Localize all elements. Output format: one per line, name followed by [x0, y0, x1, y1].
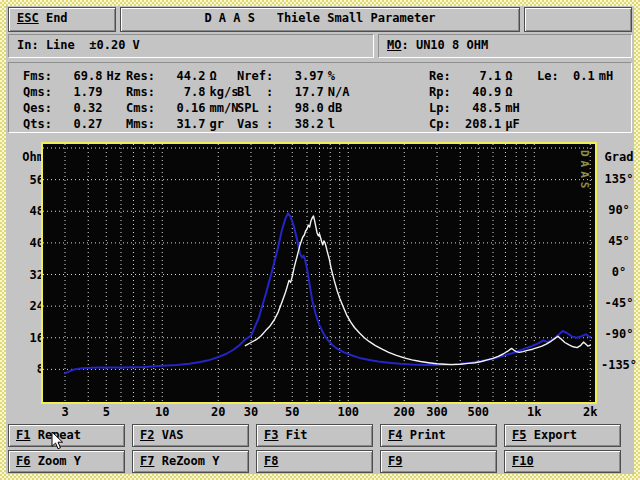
grad-tick-label: 0°	[600, 265, 638, 279]
param-lp: Lp:48.5mH	[429, 100, 520, 116]
fkey-f7-rezoom-y[interactable]: F7 ReZoom Y	[132, 450, 249, 473]
param-rp: Rp:40.9Ω	[429, 84, 512, 100]
param-label: Nref:	[237, 68, 280, 84]
window-title: D A A S Thiele Small Parameter	[120, 7, 520, 32]
param-vas: Vas :38.2l	[237, 116, 335, 132]
fkey-f2-vas[interactable]: F2 VAS	[132, 424, 249, 447]
esc-button[interactable]: ESC End	[8, 7, 116, 32]
param-res: Res:44.2Ω	[126, 68, 217, 84]
param-label: Rms:	[126, 84, 162, 100]
ohm-tick-label: 24	[6, 299, 44, 313]
grad-tick-label: -45°	[600, 296, 638, 310]
param-unit: kg/s	[205, 84, 238, 100]
param-value: 31.7	[162, 116, 205, 132]
param-value: 38.2	[280, 116, 323, 132]
freq-tick-label: 5	[86, 405, 126, 419]
param-unit: mH	[595, 68, 613, 84]
model-hotkey: MO	[387, 38, 401, 52]
param-label: Cms:	[126, 100, 162, 116]
fkey-f1-repeat[interactable]: F1 Repeat	[8, 424, 125, 447]
param-label: Le:	[537, 68, 566, 84]
fkey-label: F4	[388, 428, 402, 442]
param-label: Qts:	[23, 116, 59, 132]
param-value: 3.97	[280, 68, 323, 84]
param-value: 69.8	[59, 68, 102, 84]
esc-key-label: ESC	[17, 11, 39, 25]
param-unit: mm/N	[205, 100, 238, 116]
freq-tick-label: 10	[142, 405, 182, 419]
ohm-tick-label: 48	[6, 204, 44, 218]
param-label: Cp:	[429, 116, 458, 132]
grad-tick-label: 90°	[600, 203, 638, 217]
parameter-row: Qms:1.79Rms:7.8kg/sBl :17.7N/ARp:40.9Ω	[9, 84, 631, 100]
daas-application: { "titlebar": { "esc_key": "ESC", "esc_r…	[0, 0, 640, 480]
param-label: Qes:	[23, 100, 59, 116]
param-mms: Mms:31.7gr	[126, 116, 224, 132]
freq-tick-label: 50	[272, 405, 312, 419]
param-unit: Ω	[501, 84, 512, 100]
param-qms: Qms:1.79	[23, 84, 106, 100]
fkey-f9[interactable]: F9	[380, 450, 497, 473]
param-rms: Rms:7.8kg/s	[126, 84, 238, 100]
param-label: SPL :	[237, 100, 280, 116]
param-unit: Ω	[501, 68, 512, 84]
freq-tick-label: 1k	[514, 405, 554, 419]
param-unit: µF	[501, 116, 519, 132]
param-unit: l	[324, 116, 335, 132]
fkey-label: F10	[512, 454, 534, 468]
param-label: Mms:	[126, 116, 162, 132]
fkey-action-label: Zoom Y	[30, 454, 81, 468]
fkey-f8[interactable]: F8	[256, 450, 373, 473]
param-re: Re:7.1Ω	[429, 68, 512, 84]
fkey-f3-fit[interactable]: F3 Fit	[256, 424, 373, 447]
input-status: In: Line ±0.20 V	[8, 34, 374, 58]
param-value: 7.1	[458, 68, 501, 84]
fkey-action-label: Fit	[278, 428, 307, 442]
model-status[interactable]: MO: UN10 8 OHM	[378, 34, 632, 58]
fkey-f4-print[interactable]: F4 Print	[380, 424, 497, 447]
parameter-row: Qes:0.32Cms:0.16mm/NSPL :98.0dBLp:48.5mH	[9, 100, 631, 116]
param-label: Bl :	[237, 84, 280, 100]
fkey-label: F6	[16, 454, 30, 468]
parameter-row: Qts:0.27Mms:31.7grVas :38.2lCp:208.1µF	[9, 116, 631, 132]
param-unit: Hz	[102, 68, 120, 84]
param-unit: %	[324, 68, 335, 84]
daas-screen: ESC End D A A S Thiele Small Parameter I…	[6, 6, 634, 474]
param-qts: Qts:0.27	[23, 116, 106, 132]
plot-area: DAAS	[41, 142, 597, 404]
param-value: 0.32	[59, 100, 102, 116]
param-label: Re:	[429, 68, 458, 84]
fkey-f10[interactable]: F10	[504, 450, 621, 473]
parameter-panel: Fms:69.8HzRes:44.2ΩNref:3.97%Re:7.1ΩLe:0…	[8, 62, 632, 133]
freq-tick-label: 3	[45, 405, 85, 419]
param-label: Res:	[126, 68, 162, 84]
param-value: 1.79	[59, 84, 102, 100]
param-value: 98.0	[280, 100, 323, 116]
grad-tick-label: -135°	[600, 358, 638, 372]
ohm-tick-label: 16	[6, 331, 44, 345]
grad-tick-label: -90°	[600, 327, 638, 341]
param-label: Qms:	[23, 84, 59, 100]
fkey-action-label: Print	[402, 428, 445, 442]
fkey-label: F9	[388, 454, 402, 468]
param-label: Fms:	[23, 68, 59, 84]
model-status-text: : UN10 8 OHM	[401, 38, 488, 52]
param-value: 44.2	[162, 68, 205, 84]
param-unit: dB	[324, 100, 342, 116]
fkey-label: F8	[264, 454, 278, 468]
param-value: 40.9	[458, 84, 501, 100]
fkey-action-label: Export	[526, 428, 577, 442]
mouse-cursor	[51, 431, 65, 451]
freq-tick-label: 300	[417, 405, 457, 419]
grad-tick-label: 45°	[600, 234, 638, 248]
param-label: Rp:	[429, 84, 458, 100]
param-unit: mH	[501, 100, 519, 116]
fkey-f5-export[interactable]: F5 Export	[504, 424, 621, 447]
fkey-label: F5	[512, 428, 526, 442]
fkey-f6-zoom-y[interactable]: F6 Zoom Y	[8, 450, 125, 473]
param-value: 0.16	[162, 100, 205, 116]
param-le: Le:0.1mH	[537, 68, 613, 84]
param-value: 0.1	[566, 68, 595, 84]
param-nref: Nref:3.97%	[237, 68, 335, 84]
fkey-label: F3	[264, 428, 278, 442]
